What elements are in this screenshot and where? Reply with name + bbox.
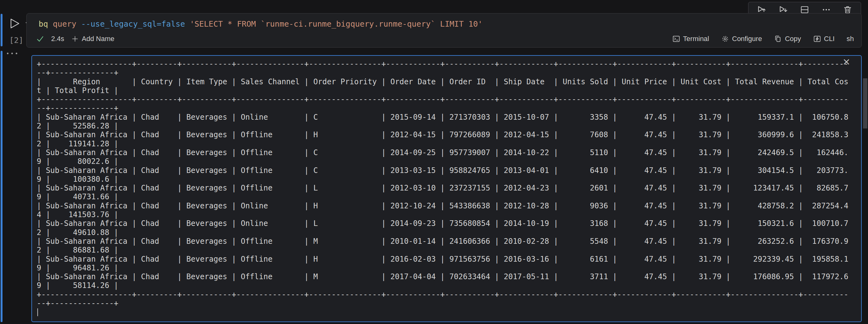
terminal-line: 9 | 40731.66 | — [37, 192, 855, 201]
play-icon — [8, 17, 21, 30]
terminal-line: +--------------------+---------+--------… — [37, 60, 855, 68]
terminal-line: | Sub-Saharan Africa | Chad | Beverages … — [37, 272, 855, 281]
dot — [11, 52, 13, 54]
terminal-cursor — [37, 308, 38, 316]
terminal-line: --+--------------+ — [37, 104, 855, 112]
command-line[interactable]: bq query --use_legacy_sql=false 'SELECT … — [39, 16, 483, 31]
output-focus-bar — [1, 51, 2, 322]
copy-action[interactable]: Copy — [774, 35, 801, 43]
terminal-line: +--------------------+---------+--------… — [37, 290, 855, 299]
output-more-actions[interactable] — [7, 52, 17, 54]
add-name-button[interactable]: Add Name — [71, 35, 115, 43]
command-token: --use_legacy_sql=false — [81, 20, 190, 29]
terminal-line: | Sub-Saharan Africa | Chad | Beverages … — [37, 130, 855, 139]
terminal-line: t | Total Profit | — [37, 86, 855, 95]
terminal-line: --+--------------+ — [37, 299, 855, 308]
run-cell-button[interactable] — [8, 17, 21, 30]
dot — [7, 52, 8, 54]
terminal-line: 9 | 100380.6 | — [37, 175, 855, 184]
copy-action-label: Copy — [785, 35, 801, 43]
terminal-line: | Sub-Saharan Africa | Chad | Beverages … — [37, 166, 855, 175]
terminal-line: | Sub-Saharan Africa | Chad | Beverages … — [37, 113, 855, 121]
configure-action-label: Configure — [732, 35, 762, 43]
terminal-line: | Region | Country | Item Type | Sales C… — [37, 77, 855, 86]
terminal-icon — [672, 35, 680, 43]
execution-count: [2] — [7, 36, 25, 45]
terminal-line: --+--------------+ — [37, 68, 855, 77]
cli-icon — [813, 35, 821, 43]
dot — [16, 52, 17, 54]
success-check-icon — [36, 35, 44, 43]
scrollbar-thumb[interactable] — [863, 78, 867, 129]
terminal-line: | Sub-Saharan Africa | Chad | Beverages … — [37, 148, 855, 157]
terminal-output: +--------------------+---------+--------… — [32, 56, 861, 322]
cli-action[interactable]: CLI — [813, 35, 835, 43]
add-name-label: Add Name — [82, 35, 115, 43]
language-tag: sh — [847, 35, 854, 43]
copy-icon — [774, 35, 782, 43]
terminal-action[interactable]: Terminal — [672, 35, 709, 43]
cli-action-label: CLI — [824, 35, 835, 43]
terminal-line: 9 | 96481.26 | — [37, 263, 855, 272]
terminal-line: 9 | 80022.6 | — [37, 157, 855, 166]
terminal-line: 9 | 58114.26 | — [37, 281, 855, 290]
execution-duration: 2.4s — [51, 35, 64, 43]
terminal-line: 2 | 119141.28 | — [37, 139, 855, 148]
cell-focus-bar — [1, 14, 2, 46]
terminal-line: 2 | 52586.28 | — [37, 121, 855, 130]
terminal-line: 4 | 141503.76 | — [37, 210, 855, 219]
command-token: query — [53, 20, 81, 29]
terminal-line: +--------------------+---------+--------… — [37, 95, 855, 104]
terminal-panel[interactable]: +--------------------+---------+--------… — [31, 55, 862, 322]
terminal-action-label: Terminal — [683, 35, 709, 43]
terminal-line: | Sub-Saharan Africa | Chad | Beverages … — [37, 219, 855, 228]
terminal-line: 2 | 49610.88 | — [37, 228, 855, 237]
configure-action[interactable]: Configure — [721, 35, 762, 43]
command-token: bq — [39, 20, 53, 29]
gear-icon — [721, 35, 729, 43]
code-cell: bq query --use_legacy_sql=false 'SELECT … — [26, 13, 862, 48]
terminal-line: 2 | 86881.68 | — [37, 246, 855, 254]
terminal-line: | Sub-Saharan Africa | Chad | Beverages … — [37, 184, 855, 192]
command-token: 'SELECT * FROM `runme-ci.runme_bigquery.… — [190, 20, 483, 29]
cell-status-bar: 2.4s Add Name Terminal — [36, 32, 854, 45]
terminal-line: | Sub-Saharan Africa | Chad | Beverages … — [37, 202, 855, 210]
terminal-line: | Sub-Saharan Africa | Chad | Beverages … — [37, 255, 855, 263]
terminal-line: | Sub-Saharan Africa | Chad | Beverages … — [37, 237, 855, 246]
plus-icon — [71, 35, 79, 43]
close-icon[interactable]: × — [843, 57, 850, 66]
